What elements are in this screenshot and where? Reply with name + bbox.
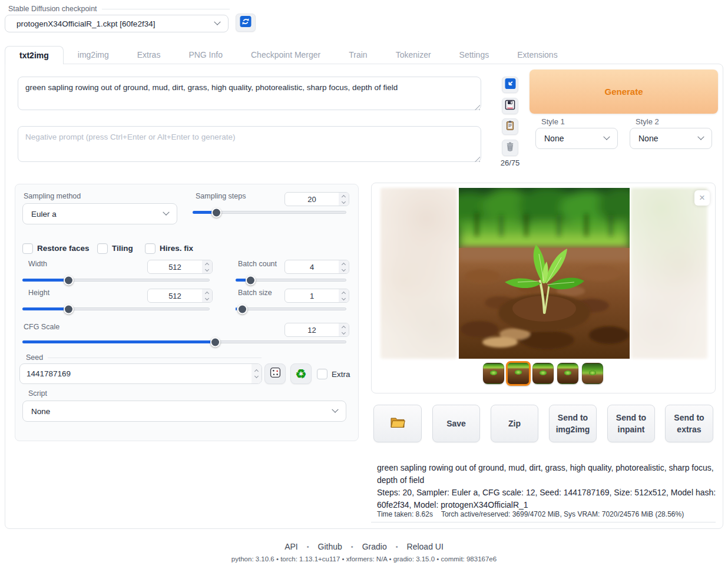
legend-line <box>48 358 262 358</box>
spinner[interactable] <box>339 289 349 302</box>
gallery-thumbnail-1[interactable] <box>483 363 504 384</box>
width-slider[interactable] <box>22 279 210 282</box>
checkpoint-value: protogenX34OfficialR_1.ckpt [60fe2f34] <box>14 19 155 28</box>
spinner[interactable] <box>339 323 349 336</box>
spinner[interactable] <box>202 289 212 302</box>
github-link[interactable]: Github <box>318 542 342 551</box>
tab-extensions[interactable]: Extensions <box>503 46 571 64</box>
slider-knob[interactable] <box>210 337 220 347</box>
send-to-extras-button[interactable]: Send to extras <box>665 405 713 442</box>
gallery-thumbnail-5[interactable] <box>582 363 603 384</box>
apply-style-button[interactable] <box>502 118 518 135</box>
tab-checkpoint-merger[interactable]: Checkpoint Merger <box>237 46 335 64</box>
spinner[interactable] <box>252 364 262 383</box>
tab-tokenizer[interactable]: Tokenizer <box>382 46 445 64</box>
batch-count-slider[interactable] <box>236 279 346 282</box>
tab-txt2img[interactable]: txt2img <box>5 46 64 64</box>
tab-settings[interactable]: Settings <box>445 46 504 64</box>
slider-fill <box>193 211 213 214</box>
chevron-down-icon <box>332 406 338 413</box>
spin-up-icon <box>205 291 209 295</box>
height-slider[interactable] <box>22 307 210 310</box>
cfg-scale-slider[interactable] <box>22 340 346 343</box>
output-params-text: Steps: 20, Sampler: Euler a, CFG scale: … <box>377 487 717 511</box>
clear-prompt-button[interactable] <box>502 140 518 156</box>
spinner[interactable] <box>339 260 349 273</box>
checkpoint-dropdown[interactable]: protogenX34OfficialR_1.ckpt [60fe2f34] <box>5 15 229 32</box>
paste-params-button[interactable] <box>502 77 518 93</box>
gallery-faded-image-right <box>631 188 707 359</box>
batch-size-input[interactable]: 1 <box>284 289 349 303</box>
legend-line <box>102 9 230 9</box>
zip-button[interactable]: Zip <box>491 405 538 442</box>
reuse-seed-button[interactable]: ♻ <box>290 363 312 384</box>
close-icon[interactable]: × <box>694 190 710 206</box>
style1-dropdown[interactable]: None <box>535 128 618 149</box>
checkpoint-label: Stable Diffusion checkpoint <box>8 5 97 13</box>
chevron-down-icon <box>603 134 610 140</box>
tab-extras[interactable]: Extras <box>123 46 175 64</box>
tab-img2img[interactable]: img2img <box>64 46 123 64</box>
script-dropdown[interactable]: None <box>22 401 346 422</box>
tab-train[interactable]: Train <box>335 46 381 64</box>
seed-input[interactable]: 1441787169 <box>19 363 262 384</box>
gallery-panel: × <box>371 183 716 393</box>
negative-prompt-input[interactable] <box>18 126 481 162</box>
generate-button[interactable]: Generate <box>530 70 718 114</box>
slider-knob[interactable] <box>64 275 74 285</box>
extra-seed-checkbox[interactable] <box>317 369 327 379</box>
gradio-link[interactable]: Gradio <box>362 542 387 551</box>
height-label: Height <box>28 289 49 297</box>
refresh-checkpoint-button[interactable] <box>236 14 256 32</box>
sampling-steps-input[interactable]: 20 <box>284 192 349 206</box>
width-input[interactable]: 512 <box>147 260 213 274</box>
gallery-thumbnail-4[interactable] <box>557 363 578 384</box>
send-to-img2img-button[interactable]: Send to img2img <box>549 405 597 442</box>
stable-diffusion-webui: Stable Diffusion checkpoint protogenX34O… <box>0 0 728 569</box>
script-value: None <box>31 407 50 416</box>
height-input[interactable]: 512 <box>147 289 213 303</box>
spin-down-icon <box>254 374 259 378</box>
tiling-checkbox[interactable] <box>97 243 108 254</box>
chevron-down-icon <box>697 134 704 140</box>
spinner[interactable] <box>339 193 349 206</box>
footer-versions: python: 3.10.6 • torch: 1.13.1+cu117 • x… <box>0 555 728 563</box>
reload-ui-link[interactable]: Reload UI <box>407 542 444 551</box>
save-style-button[interactable] <box>502 98 518 114</box>
slider-knob[interactable] <box>237 304 247 314</box>
gallery-thumbnail-3[interactable] <box>532 363 554 384</box>
save-button[interactable]: Save <box>432 405 480 442</box>
slider-knob[interactable] <box>246 275 256 285</box>
extra-seed-label: Extra <box>332 370 350 379</box>
generated-image[interactable] <box>459 188 630 359</box>
spinner[interactable] <box>202 260 212 273</box>
hires-fix-checkbox[interactable] <box>145 243 155 254</box>
batch-count-value: 4 <box>285 260 339 273</box>
spin-down-icon <box>205 267 209 271</box>
open-folder-button[interactable] <box>373 405 422 442</box>
send-to-inpaint-button[interactable]: Send to inpaint <box>607 405 655 442</box>
chevron-down-icon <box>163 209 169 216</box>
performance-row: Time taken: 8.62s Torch active/reserved:… <box>377 510 717 518</box>
random-seed-button[interactable] <box>264 363 286 384</box>
sampling-steps-slider[interactable] <box>193 211 346 214</box>
restore-faces-checkbox[interactable] <box>22 243 33 254</box>
time-taken-text: Time taken: 8.62s <box>377 510 433 518</box>
main-tabs: txt2img img2img Extras PNG Info Checkpoi… <box>5 46 572 64</box>
gallery-thumbnail-2-selected[interactable] <box>506 361 531 386</box>
sampling-method-value: Euler a <box>31 210 57 219</box>
slider-knob[interactable] <box>211 207 221 217</box>
sampling-method-label: Sampling method <box>24 192 81 200</box>
slider-knob[interactable] <box>64 304 74 314</box>
batch-count-input[interactable]: 4 <box>284 260 349 274</box>
batch-size-slider[interactable] <box>236 307 346 310</box>
api-link[interactable]: API <box>284 542 298 551</box>
style2-dropdown[interactable]: None <box>630 128 712 149</box>
sampling-method-dropdown[interactable]: Euler a <box>22 203 177 224</box>
tab-png-info[interactable]: PNG Info <box>174 46 237 64</box>
prompt-input[interactable]: green sapling rowing out of ground, mud,… <box>18 77 481 110</box>
cfg-scale-input[interactable]: 12 <box>284 323 349 337</box>
footer-links: API • Github • Gradio • Reload UI <box>0 542 728 551</box>
width-value: 512 <box>148 260 202 273</box>
batch-size-value: 1 <box>285 289 339 302</box>
